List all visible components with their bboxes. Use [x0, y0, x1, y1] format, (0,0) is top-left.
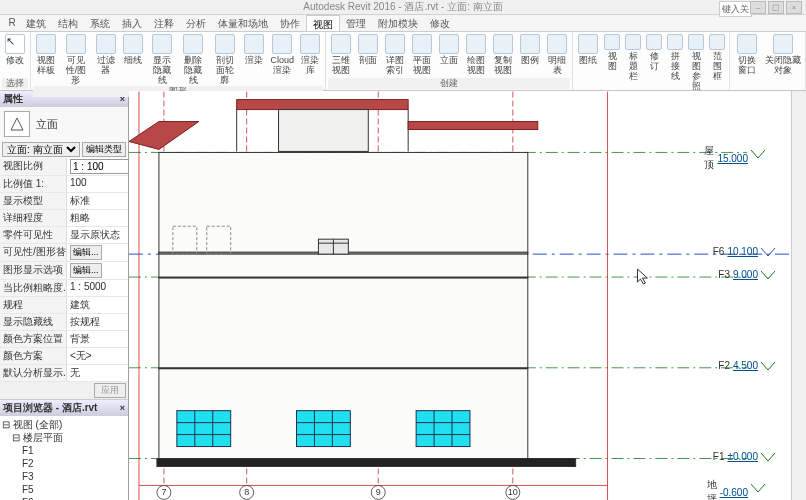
prop-value[interactable]: 显示原状态: [67, 227, 128, 243]
prop-row[interactable]: 默认分析显示...无: [0, 365, 128, 382]
tree-node[interactable]: ⊟ 楼层平面: [2, 431, 126, 444]
prop-value[interactable]: 建筑: [67, 297, 128, 313]
prop-value[interactable]: 1 : 5000: [67, 280, 128, 296]
elevation-button[interactable]: 立面: [436, 33, 462, 78]
render-button[interactable]: 渲染: [241, 33, 267, 86]
prop-value[interactable]: 编辑...: [67, 244, 128, 261]
level-marker[interactable]: F6 10.100: [713, 246, 775, 257]
title-block-button[interactable]: 标题栏: [623, 33, 643, 92]
prop-value[interactable]: <无>: [67, 348, 128, 364]
tab-analyze[interactable]: 分析: [180, 15, 212, 31]
3d-view-button[interactable]: 三维视图: [328, 33, 354, 78]
prop-edit-button[interactable]: 编辑...: [70, 245, 102, 260]
filters-button[interactable]: 过滤器: [93, 33, 119, 86]
vertical-scrollbar[interactable]: [791, 91, 806, 500]
tab-addins[interactable]: 附加模块: [372, 15, 424, 31]
level-marker[interactable]: 屋顶 15.000: [704, 144, 775, 172]
visibility-button[interactable]: 可见性/图形: [60, 33, 92, 86]
scope-box-button[interactable]: 范围框: [707, 33, 727, 92]
revisions-button[interactable]: 修订: [644, 33, 664, 92]
edit-type-button[interactable]: 编辑类型: [82, 142, 126, 157]
prop-value[interactable]: 标准: [67, 193, 128, 209]
sheet-button[interactable]: 图纸: [575, 33, 601, 92]
level-marker[interactable]: 地坪 -0.600: [707, 478, 775, 500]
view-ref-button[interactable]: 视图参照: [686, 33, 706, 92]
prop-value[interactable]: 无: [67, 365, 128, 381]
prop-row[interactable]: 图形显示选项编辑...: [0, 262, 128, 280]
view-template-button[interactable]: 视图样板: [33, 33, 59, 86]
panel-close-icon[interactable]: ×: [120, 403, 125, 413]
prop-value[interactable]: 编辑...: [67, 262, 128, 279]
tab-annot[interactable]: 注释: [148, 15, 180, 31]
level-marker[interactable]: F2 4.500: [718, 360, 775, 371]
duplicate-button[interactable]: 复制视图: [490, 33, 516, 78]
tab-insert[interactable]: 插入: [116, 15, 148, 31]
level-marker[interactable]: F1 ±0.000: [713, 451, 775, 462]
tab-view[interactable]: 视图: [306, 15, 340, 31]
thin-lines-button[interactable]: 细线: [120, 33, 146, 86]
close-button[interactable]: ×: [786, 1, 802, 14]
browser-header[interactable]: 项目浏览器 - 酒店.rvt×: [0, 400, 128, 416]
prop-edit-button[interactable]: 编辑...: [70, 263, 102, 278]
prop-value[interactable]: 100: [67, 176, 128, 192]
tree-node[interactable]: F2: [2, 457, 126, 470]
tab-modify[interactable]: 修改: [424, 15, 456, 31]
close-hidden-button[interactable]: 关闭隐藏对象: [762, 33, 803, 89]
matchline-button[interactable]: 拼接线: [665, 33, 685, 92]
tab-struct[interactable]: 结构: [52, 15, 84, 31]
type-selector[interactable]: 立面: [0, 107, 128, 141]
render-gallery-button[interactable]: 渲染库: [297, 33, 323, 86]
remove-hidden-button[interactable]: 删除隐藏线: [178, 33, 208, 86]
legends-button[interactable]: 图例: [517, 33, 543, 78]
min-button[interactable]: –: [750, 1, 766, 14]
place-view-button[interactable]: 视图: [602, 33, 622, 92]
prop-row[interactable]: 当比例粗略度...1 : 5000: [0, 280, 128, 297]
max-button[interactable]: ▢: [768, 1, 784, 14]
prop-input[interactable]: [70, 159, 128, 174]
prop-row[interactable]: 比例值 1:100: [0, 176, 128, 193]
prop-row[interactable]: 显示模型标准: [0, 193, 128, 210]
prop-value[interactable]: 粗略: [67, 210, 128, 226]
level-marker[interactable]: F3 9.000: [718, 269, 775, 280]
tab-sys[interactable]: 系统: [84, 15, 116, 31]
render-cloud-button[interactable]: Cloud渲染: [268, 33, 296, 86]
tree-node[interactable]: F3: [2, 470, 126, 483]
show-hidden-button[interactable]: 显示隐藏线: [147, 33, 177, 86]
prop-row[interactable]: 可见性/图形替换编辑...: [0, 244, 128, 262]
prop-key: 详细程度: [0, 210, 67, 226]
tree-node[interactable]: F6: [2, 496, 126, 500]
prop-value[interactable]: 按规程: [67, 314, 128, 330]
tree-node[interactable]: F1: [2, 444, 126, 457]
modify-button[interactable]: ↖修改: [2, 33, 28, 78]
schedules-button[interactable]: 明细表: [544, 33, 570, 78]
apply-button[interactable]: 应用: [94, 383, 126, 398]
prop-row[interactable]: 颜色方案<无>: [0, 348, 128, 365]
prop-row[interactable]: 详细程度粗略: [0, 210, 128, 227]
switch-windows-button[interactable]: 切换窗口: [732, 33, 761, 89]
section-icon: [358, 34, 378, 54]
cut-profile-button[interactable]: 剖切面轮廓: [210, 33, 240, 86]
tree-node[interactable]: ⊟ 视图 (全部): [2, 418, 126, 431]
view-select[interactable]: 立面: 南立面: [2, 142, 80, 157]
prop-row[interactable]: 视图比例: [0, 158, 128, 176]
drawing-canvas[interactable]: 78910 屋顶 15.000F6 10.100F3 9.000F2 4.500…: [129, 91, 791, 500]
section-button[interactable]: 剖面: [355, 33, 381, 78]
prop-value[interactable]: [67, 158, 128, 175]
tree-node[interactable]: F5: [2, 483, 126, 496]
browser-tree[interactable]: ⊟ 视图 (全部)⊟ 楼层平面F1F2F3F5F6地坪⊟ 三维视图{3D}{三维…: [0, 416, 128, 500]
tab-arch[interactable]: 建筑: [20, 15, 52, 31]
callout-button[interactable]: 详图索引: [382, 33, 408, 78]
prop-row[interactable]: 显示隐藏线按规程: [0, 314, 128, 331]
tab-collab[interactable]: 协作: [274, 15, 306, 31]
prop-value[interactable]: 背景: [67, 331, 128, 347]
app-menu[interactable]: R: [4, 15, 20, 31]
tab-mass[interactable]: 体量和场地: [212, 15, 274, 31]
prop-row[interactable]: 颜色方案位置背景: [0, 331, 128, 348]
search-hint[interactable]: 键入关: [719, 1, 752, 17]
plan-views-button[interactable]: 平面视图: [409, 33, 435, 78]
prop-row[interactable]: 零件可见性显示原状态: [0, 227, 128, 244]
drafting-button[interactable]: 绘图视图: [463, 33, 489, 78]
close-hidden-icon: [773, 34, 793, 54]
tab-manage[interactable]: 管理: [340, 15, 372, 31]
prop-row[interactable]: 规程建筑: [0, 297, 128, 314]
